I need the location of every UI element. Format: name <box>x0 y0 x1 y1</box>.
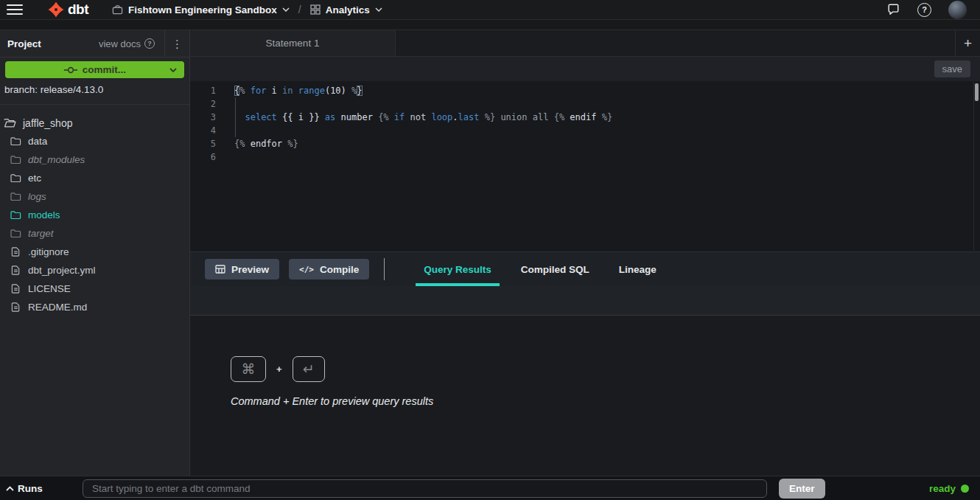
enter-key-icon: ↵ <box>293 356 325 382</box>
tree-folder-logs[interactable]: logs <box>0 187 189 206</box>
line-number: 4 <box>190 124 234 137</box>
tab-compiled-sql[interactable]: Compiled SQL <box>513 252 598 286</box>
file-tree: jaffle_shop data dbt_modules etc <box>0 114 189 316</box>
status-dot <box>961 485 969 493</box>
tree-item-label: dbt_modules <box>28 154 85 165</box>
code-line[interactable]: {% for i in range(10) %} <box>234 84 971 97</box>
line-number: 6 <box>190 150 234 164</box>
line-number: 3 <box>190 111 234 124</box>
code-icon: </> <box>299 265 314 274</box>
tree-item-label: models <box>28 209 60 221</box>
code-line[interactable] <box>234 124 971 137</box>
enter-button[interactable]: Enter <box>779 479 825 499</box>
tab-lineage[interactable]: Lineage <box>611 252 665 286</box>
chevron-down-icon <box>169 68 177 72</box>
tree-folder-models[interactable]: models <box>0 206 189 224</box>
shortcut-hint: ⌘ + ↵ Command + Enter to preview query r… <box>231 356 433 407</box>
tab-label: Query Results <box>424 264 491 275</box>
tree-folder-etc[interactable]: etc <box>0 169 189 187</box>
save-button[interactable]: save <box>934 60 970 77</box>
sidebar-title: Project <box>7 38 41 49</box>
tree-item-label: data <box>28 136 47 147</box>
folder-icon <box>10 173 21 183</box>
chevron-up-icon <box>6 486 14 491</box>
status-indicator: ready <box>929 483 969 494</box>
view-docs-link[interactable]: view docs ? <box>99 38 155 49</box>
tree-file-license[interactable]: LICENSE <box>0 279 189 298</box>
folder-icon <box>10 136 21 146</box>
code-line[interactable] <box>234 97 971 111</box>
file-icon <box>10 265 21 275</box>
folder-icon <box>10 155 21 164</box>
hamburger-menu-icon[interactable] <box>7 4 23 15</box>
code-line[interactable]: {% endfor %} <box>234 137 971 150</box>
scrollbar-thumb[interactable] <box>975 83 979 101</box>
status-text: ready <box>929 483 956 494</box>
kebab-menu-icon[interactable]: ⋮ <box>165 30 189 58</box>
line-number: 2 <box>190 97 234 111</box>
file-icon <box>10 302 21 312</box>
line-number: 1 <box>190 84 234 97</box>
folder-open-icon <box>4 118 16 128</box>
help-icon[interactable]: ? <box>917 3 931 17</box>
tab-statement-1[interactable]: Statement 1 <box>190 30 396 56</box>
tree-file-gitignore[interactable]: .gitignore <box>0 243 189 261</box>
code-line[interactable] <box>234 150 971 164</box>
editor-area: Statement 1 + save 123456 {% for i in ra… <box>190 20 980 476</box>
top-bar: dbt Fishtown Engineering Sandbox / Analy… <box>0 0 980 20</box>
tab-query-results[interactable]: Query Results <box>416 252 500 286</box>
chat-icon[interactable] <box>886 3 900 16</box>
editor-toolbar: save <box>190 57 980 81</box>
grid-icon <box>310 4 321 15</box>
file-icon <box>10 247 21 257</box>
dbt-ide-app: dbt Fishtown Engineering Sandbox / Analy… <box>0 0 980 500</box>
code-line[interactable]: select {{ i }} as number {% if not loop.… <box>234 111 971 124</box>
compile-button-label: Compile <box>320 264 359 275</box>
tab-label: Statement 1 <box>266 38 320 49</box>
tree-item-label: etc <box>28 173 41 184</box>
line-number-gutter: 123456 <box>190 84 234 164</box>
avatar[interactable] <box>948 1 967 19</box>
sidebar-header: Project view docs ? ⋮ <box>0 30 189 58</box>
tree-folder-dbt-modules[interactable]: dbt_modules <box>0 150 189 169</box>
dbt-command-input[interactable] <box>83 479 767 498</box>
editor-tab-bar: Statement 1 + <box>190 29 980 57</box>
tree-file-readme[interactable]: README.md <box>0 298 189 316</box>
account-name: Fishtown Engineering Sandbox <box>128 4 277 15</box>
folder-icon <box>10 229 21 238</box>
results-subheader <box>190 286 980 316</box>
tree-folder-data[interactable]: data <box>0 132 189 150</box>
results-content: ⌘ + ↵ Command + Enter to preview query r… <box>190 316 980 476</box>
tree-item-label: .gitignore <box>28 246 69 257</box>
tree-item-label: README.md <box>28 302 87 313</box>
table-icon <box>215 264 225 274</box>
view-docs-label: view docs <box>99 38 141 49</box>
breadcrumb-separator: / <box>298 4 301 15</box>
tab-label: Lineage <box>619 264 657 275</box>
shortcut-keys: ⌘ + ↵ <box>231 356 433 382</box>
code-content[interactable]: {% for i in range(10) %} select {{ i }} … <box>234 84 971 164</box>
runs-label: Runs <box>18 483 43 494</box>
sidebar-divider <box>0 104 189 105</box>
file-explorer-sidebar: Project view docs ? ⋮ commit... branch: … <box>0 29 190 476</box>
brand-text: dbt <box>68 1 88 18</box>
project-name: Analytics <box>326 4 370 15</box>
compile-button[interactable]: </> Compile <box>289 259 369 279</box>
shortcut-hint-text: Command + Enter to preview query results <box>231 395 433 407</box>
commit-button-label: commit... <box>83 64 126 75</box>
command-key-icon: ⌘ <box>231 356 266 382</box>
tree-folder-jaffle-shop[interactable]: jaffle_shop <box>0 114 189 132</box>
runs-panel-toggle[interactable]: Runs <box>6 483 43 494</box>
account-dropdown[interactable]: Fishtown Engineering Sandbox <box>112 4 290 15</box>
commit-button[interactable]: commit... <box>5 61 184 78</box>
project-dropdown[interactable]: Analytics <box>310 4 382 15</box>
new-tab-button[interactable]: + <box>955 30 980 57</box>
preview-button[interactable]: Preview <box>205 259 279 279</box>
tab-label: Compiled SQL <box>521 264 589 275</box>
editor-scrollbar[interactable] <box>973 82 979 251</box>
tree-folder-target[interactable]: target <box>0 224 189 243</box>
code-editor[interactable]: 123456 {% for i in range(10) %} select {… <box>190 81 980 251</box>
tree-file-dbt-project-yml[interactable]: dbt_project.yml <box>0 261 189 279</box>
file-icon <box>10 284 21 294</box>
dbt-logo-icon <box>48 1 64 18</box>
